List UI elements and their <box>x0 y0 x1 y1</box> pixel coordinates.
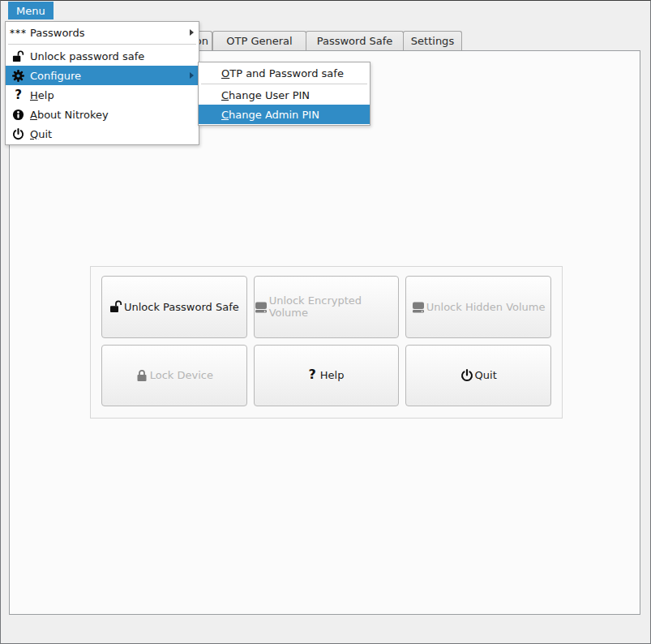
nitrokey-app-window: Menu on OTP General Password Safe Settin… <box>0 0 651 644</box>
unlock-icon <box>11 50 25 62</box>
submenu-item-otp-and-password-safe[interactable]: OTP and Password safe <box>199 63 370 83</box>
menu-item-about-nitrokey[interactable]: About Nitrokey <box>6 105 199 124</box>
menu-item-passwords-label: Passwords <box>30 27 85 39</box>
tab-otp-general-label: OTP General <box>226 35 292 47</box>
question-icon: ? <box>309 367 316 382</box>
info-icon <box>11 109 25 121</box>
menu-item-help[interactable]: ? Help <box>6 85 199 105</box>
power-icon <box>460 369 473 382</box>
tab-settings-label: Settings <box>411 35 454 47</box>
unlock-encrypted-volume-label: Unlock Encrypted Volume <box>269 294 399 319</box>
menubar: Menu <box>1 1 650 20</box>
submenu-arrow-icon <box>190 29 194 36</box>
tab-password-safe[interactable]: Password Safe <box>306 31 404 50</box>
lock-device-label: Lock Device <box>150 369 213 381</box>
menu-item-configure-label: Configure <box>30 70 81 82</box>
menu-item-quit[interactable]: Quit <box>6 124 199 144</box>
menubar-item-menu-label: Menu <box>16 5 45 17</box>
question-icon: ? <box>11 88 25 102</box>
help-button-label: Help <box>320 369 345 381</box>
unlock-icon <box>109 300 122 313</box>
submenu-arrow-icon <box>190 72 194 79</box>
tab-password-safe-label: Password Safe <box>317 35 393 47</box>
submenu-item-change-admin-pin-label: Change Admin PIN <box>221 109 319 121</box>
menu-popup: *** Passwords Unlock password safe <box>5 21 199 145</box>
menu-item-help-label: Help <box>30 89 54 101</box>
asterisks-icon: *** <box>11 28 25 39</box>
unlock-hidden-volume-label: Unlock Hidden Volume <box>426 301 546 313</box>
menu-item-about-label: About Nitrokey <box>30 109 109 121</box>
lock-icon <box>135 369 148 382</box>
help-button[interactable]: ? Help <box>254 345 400 407</box>
menubar-item-menu[interactable]: Menu <box>8 2 54 19</box>
power-icon <box>11 128 25 140</box>
menu-item-unlock-password-safe[interactable]: Unlock password safe <box>6 46 199 66</box>
tab-settings[interactable]: Settings <box>403 31 462 50</box>
quit-button[interactable]: Quit <box>405 345 551 407</box>
unlock-password-safe-label: Unlock Password Safe <box>124 301 239 313</box>
gear-icon <box>11 70 25 82</box>
submenu-separator <box>201 84 367 84</box>
submenu-item-change-user-pin-label: Change User PIN <box>221 89 310 101</box>
submenu-item-otp-label: OTP and Password safe <box>221 67 344 79</box>
menu-item-configure[interactable]: Configure <box>6 66 199 85</box>
menu-item-quit-label: Quit <box>30 128 52 140</box>
unlock-hidden-volume-button[interactable]: Unlock Hidden Volume <box>405 276 551 338</box>
drive-icon <box>255 300 268 313</box>
menu-item-passwords[interactable]: *** Passwords <box>6 23 199 42</box>
lock-device-button[interactable]: Lock Device <box>101 345 247 407</box>
main-button-panel: Unlock Password Safe Unlock Encrypted Vo… <box>90 266 563 419</box>
submenu-item-change-user-pin[interactable]: Change User PIN <box>199 85 370 105</box>
submenu-item-change-admin-pin[interactable]: Change Admin PIN <box>199 105 370 124</box>
unlock-password-safe-button[interactable]: Unlock Password Safe <box>101 276 247 338</box>
tab-otp-general[interactable]: OTP General <box>212 31 306 50</box>
configure-submenu-popup: OTP and Password safe Change User PIN Ch… <box>198 62 370 126</box>
drive-icon <box>412 300 425 313</box>
menu-item-unlock-password-safe-label: Unlock password safe <box>30 50 144 62</box>
unlock-encrypted-volume-button[interactable]: Unlock Encrypted Volume <box>254 276 400 338</box>
quit-button-label: Quit <box>475 369 497 381</box>
menu-separator <box>8 44 196 45</box>
